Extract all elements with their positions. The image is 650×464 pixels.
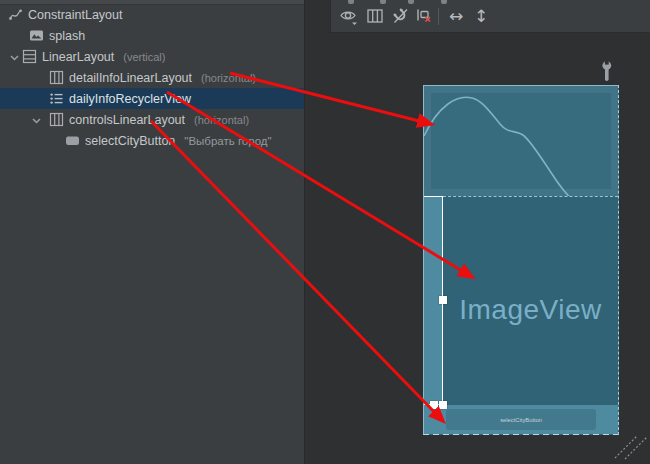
recyclerview-icon xyxy=(49,91,64,106)
tree-label: controlsLinearLayout xyxy=(69,113,185,127)
view-options-icon[interactable] xyxy=(339,7,357,25)
select-city-button-label: selectCityButton xyxy=(500,416,542,422)
autoconnect-off-icon[interactable] xyxy=(392,7,410,25)
tree-text-value: "Выбрать город" xyxy=(184,135,271,147)
tree-row-detailinfolinearlayout[interactable]: detailInfoLinearLayout (horizontal) xyxy=(0,67,304,88)
tree-label: ConstraintLayout xyxy=(28,8,123,22)
linearlayout-horizontal-icon xyxy=(49,112,64,127)
chevron-down-icon[interactable] xyxy=(8,50,21,63)
tree-annotation: (horizontal) xyxy=(201,72,256,84)
detail-info-linearlayout-region[interactable] xyxy=(424,86,618,196)
device-screen-preview[interactable]: ImageView selectCityButton xyxy=(423,85,619,435)
pan-horizontal-icon[interactable]: ↔ xyxy=(447,7,465,25)
clear-all-constraints-icon[interactable] xyxy=(414,7,432,25)
tree-label: detailInfoLinearLayout xyxy=(69,71,192,85)
selection-handle-bottom-mid[interactable] xyxy=(430,401,438,409)
selection-handle-right-mid[interactable] xyxy=(439,296,447,304)
tree-label: splash xyxy=(49,29,85,43)
imageview-icon xyxy=(29,28,44,43)
component-tree: ConstraintLayout splash LinearLayout (ve… xyxy=(0,4,304,151)
tree-label: selectCityButton xyxy=(85,134,175,148)
tree-label: LinearLayout xyxy=(42,50,114,64)
linearlayout-vertical-icon xyxy=(22,49,37,64)
cutoff-toolbar-dot xyxy=(380,0,386,4)
tree-label: dailyInfoRecyclerView xyxy=(69,92,191,106)
selection-handle-bottom-right[interactable] xyxy=(439,401,447,409)
tree-annotation: (horizontal) xyxy=(194,114,249,126)
linearlayout-horizontal-icon xyxy=(49,70,64,85)
tree-row-constraintlayout[interactable]: ConstraintLayout xyxy=(0,4,304,25)
button-icon xyxy=(65,133,80,148)
tree-annotation: (vertical) xyxy=(123,51,165,63)
tree-row-selectcitybutton[interactable]: selectCityButton "Выбрать город" xyxy=(0,130,304,151)
tree-row-splash[interactable]: splash xyxy=(0,25,304,46)
constraint-layout-icon xyxy=(8,7,23,22)
component-tree-panel: ConstraintLayout splash LinearLayout (ve… xyxy=(0,0,305,464)
imageview-component[interactable]: ImageView xyxy=(443,196,618,405)
cutoff-toolbar-dot xyxy=(348,0,354,4)
design-blueprint-toggle-icon[interactable] xyxy=(366,7,384,25)
pan-vertical-icon[interactable]: ↕ xyxy=(472,7,490,25)
wrench-icon[interactable] xyxy=(599,60,615,88)
tree-row-controlslinearlayout[interactable]: controlsLinearLayout (horizontal) xyxy=(0,109,304,130)
preview-resize-grip[interactable] xyxy=(612,428,650,464)
tree-row-linearlayout[interactable]: LinearLayout (vertical) xyxy=(0,46,304,67)
controls-linearlayout-region[interactable]: selectCityButton xyxy=(424,405,618,434)
imageview-label: ImageView xyxy=(459,276,602,326)
toolbar-separator xyxy=(438,8,439,25)
design-toolbar: ↔ ↕ xyxy=(330,0,650,33)
cutoff-toolbar-dot xyxy=(441,0,447,4)
tree-row-dailyinforecyclerview[interactable]: dailyInfoRecyclerView xyxy=(0,88,304,109)
select-city-button-preview[interactable]: selectCityButton xyxy=(446,409,596,430)
cutoff-toolbar-dot xyxy=(408,0,414,4)
chevron-down-icon[interactable] xyxy=(30,113,43,126)
layout-editor: ConstraintLayout splash LinearLayout (ve… xyxy=(0,0,650,464)
